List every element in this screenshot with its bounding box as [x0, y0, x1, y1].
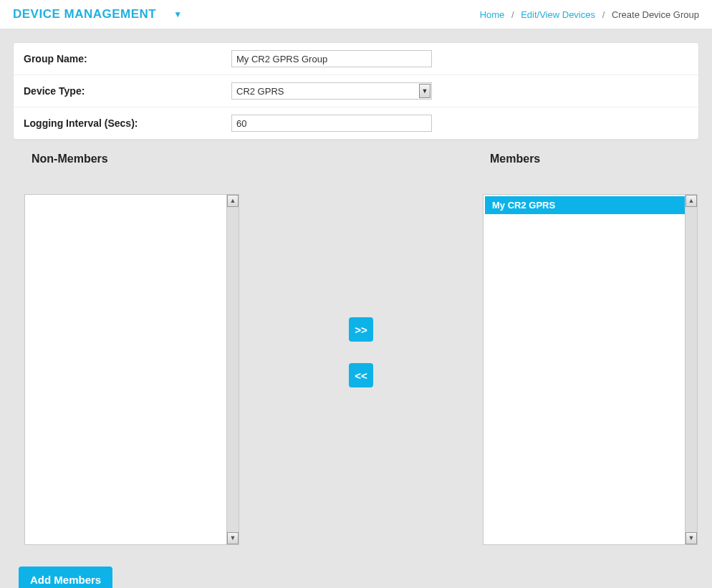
page-title: DEVICE MANAGEMENT — [13, 7, 156, 21]
scroll-down-icon[interactable]: ▼ — [685, 532, 697, 544]
logging-interval-input[interactable] — [231, 115, 432, 132]
device-type-select-wrap: ▼ — [231, 82, 432, 100]
breadcrumb-current: Create Device Group — [612, 9, 699, 20]
group-name-input[interactable] — [231, 50, 432, 67]
move-left-button[interactable]: << — [349, 363, 373, 387]
device-type-select[interactable] — [231, 82, 432, 100]
breadcrumb-edit-view-devices-link[interactable]: Edit/View Devices — [521, 9, 595, 20]
mover-buttons-column: >> << — [239, 153, 483, 387]
header-left: DEVICE MANAGEMENT ▼ — [13, 7, 182, 21]
form-row-device-type: Device Type: ▼ — [14, 75, 698, 107]
non-members-listbox[interactable]: ▲ ▼ — [24, 194, 239, 545]
breadcrumb: Home / Edit/View Devices / Create Device… — [480, 9, 699, 20]
members-column: Members My CR2 GPRS ▲ ▼ — [483, 153, 698, 545]
group-name-label: Group Name: — [24, 53, 231, 64]
scroll-down-icon[interactable]: ▼ — [227, 532, 239, 544]
list-item[interactable]: My CR2 GPRS — [485, 196, 685, 214]
chevron-down-icon[interactable]: ▼ — [173, 9, 182, 19]
members-scrollbar[interactable]: ▲ ▼ — [685, 195, 697, 544]
form-card: Group Name: Device Type: ▼ Logging Inter… — [13, 42, 699, 140]
members-list-content: My CR2 GPRS — [484, 195, 685, 544]
add-members-button[interactable]: Add Members — [19, 567, 112, 588]
non-members-column: Non-Members ▲ ▼ — [24, 153, 239, 545]
breadcrumb-home-link[interactable]: Home — [480, 9, 505, 20]
members-heading: Members — [490, 153, 698, 165]
scroll-up-icon[interactable]: ▲ — [685, 195, 697, 207]
header-bar: DEVICE MANAGEMENT ▼ Home / Edit/View Dev… — [0, 0, 712, 29]
non-members-heading: Non-Members — [32, 153, 239, 165]
breadcrumb-separator: / — [511, 9, 514, 20]
non-members-list-content — [25, 195, 226, 544]
logging-interval-label: Logging Interval (Secs): — [24, 117, 231, 129]
members-listbox[interactable]: My CR2 GPRS ▲ ▼ — [483, 194, 698, 545]
non-members-scrollbar[interactable]: ▲ ▼ — [226, 195, 239, 544]
breadcrumb-separator: / — [602, 9, 605, 20]
move-right-button[interactable]: >> — [349, 317, 373, 342]
footer-actions: Add Members — [0, 545, 712, 588]
device-type-label: Device Type: — [24, 85, 231, 97]
scroll-up-icon[interactable]: ▲ — [227, 195, 239, 207]
dual-list-section: Non-Members ▲ ▼ >> << Members My CR2 GPR… — [0, 153, 712, 545]
form-row-logging-interval: Logging Interval (Secs): — [14, 107, 698, 139]
form-row-group-name: Group Name: — [14, 43, 698, 75]
